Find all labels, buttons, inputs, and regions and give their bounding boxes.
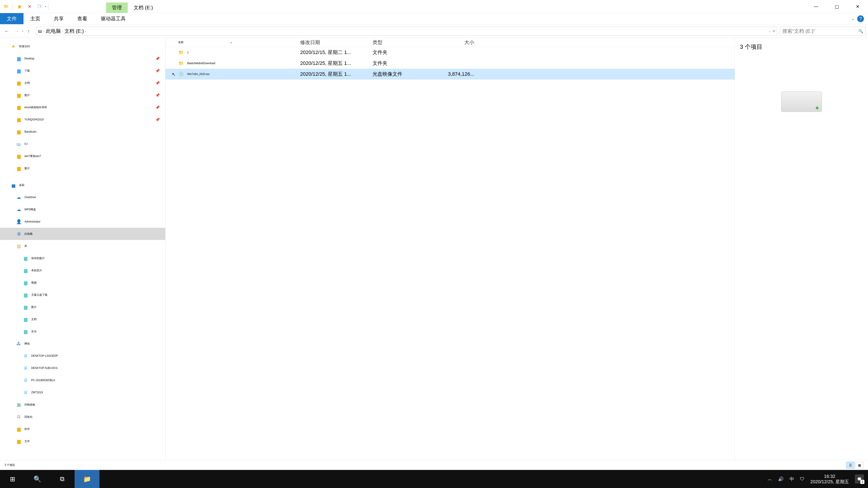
ribbon-tab-home[interactable]: 主页 <box>24 13 47 24</box>
qat-properties-icon[interactable]: ▣ <box>15 2 24 11</box>
breadcrumb-drive[interactable]: 文档 (E:) <box>64 28 84 35</box>
search-icon[interactable]: 🔍 <box>858 29 863 34</box>
tree-net-2[interactable]: 🖥PC-20190530OBLA <box>0 374 165 386</box>
chevron-right-icon[interactable]: › <box>43 29 44 33</box>
tree-libraries[interactable]: ▥库 <box>0 240 165 252</box>
chevron-right-icon[interactable]: › <box>85 29 86 33</box>
nav-history-dropdown-icon[interactable]: ▾ <box>22 30 23 32</box>
help-icon[interactable]: ? <box>857 15 864 22</box>
close-button[interactable]: ✕ <box>847 0 868 13</box>
folder-icon: ▆ <box>23 317 29 322</box>
col-date[interactable]: 修改日期 <box>300 39 373 46</box>
search-button[interactable]: 🔍 <box>25 470 50 488</box>
qat-new-icon[interactable]: ❐ <box>35 2 43 11</box>
tray-expand-icon[interactable]: ︿ <box>768 476 772 482</box>
tree-pictures[interactable]: ▆图片📌 <box>0 89 165 101</box>
tree-lib-music[interactable]: ▆音乐 <box>0 325 165 337</box>
tree-lib-cloud[interactable]: ▆天翼云盘下载 <box>0 289 165 301</box>
tree-software[interactable]: ▆软件 <box>0 423 165 435</box>
action-center-button[interactable]: 💬3 <box>855 475 864 484</box>
maximize-button[interactable]: ▢ <box>827 0 847 13</box>
column-headers[interactable]: 名称 ▲ 修改日期 类型 大小 <box>165 38 735 47</box>
address-bar[interactable]: 🖴 › 此电脑 › 文档 (E:) › ⌄ ⟳ <box>36 27 777 36</box>
file-row[interactable]: 📁1 2020/12/15, 星期二 1... 文件夹 <box>165 47 735 58</box>
tree-wps[interactable]: ☁WPS网盘 <box>0 203 165 216</box>
view-details-button[interactable]: ☰ <box>846 462 855 468</box>
qat-dropdown-icon[interactable]: ▾ <box>45 5 46 8</box>
file-list[interactable]: 名称 ▲ 修改日期 类型 大小 📁1 2020/12/15, 星期二 1... … <box>165 38 735 460</box>
address-dropdown-icon[interactable]: ⌄ <box>768 30 771 33</box>
tree-onedrive[interactable]: ☁OneDrive <box>0 191 165 203</box>
col-size[interactable]: 大小 <box>434 39 474 46</box>
tree-recycle[interactable]: ♻回收站 <box>0 411 165 423</box>
ribbon-tab-drive[interactable]: 驱动器工具 <box>94 13 132 24</box>
folder-icon: ▆ <box>23 292 29 297</box>
volume-icon[interactable]: 🔊 <box>778 476 784 482</box>
cloud-icon: ☁ <box>16 207 22 212</box>
clock[interactable]: 16:32 2020/12/25, 星期五 <box>810 474 849 484</box>
folder-icon: ▆ <box>16 426 22 432</box>
tree-this-pc[interactable]: 🖥此电脑 <box>0 228 165 240</box>
ribbon-context-tab[interactable]: 管理 <box>106 2 128 13</box>
minimize-button[interactable]: — <box>806 0 827 13</box>
ribbon-tab-file[interactable]: 文件 <box>0 13 24 24</box>
tree-admin[interactable]: 👤Administrator <box>0 216 165 228</box>
tree-lib-camera[interactable]: ▆本机照片 <box>0 264 165 276</box>
col-type[interactable]: 类型 <box>373 39 434 46</box>
folder-icon: ▆ <box>16 438 22 444</box>
tree-control-panel[interactable]: ▦控制面板 <box>0 398 165 411</box>
tree-lib-videos[interactable]: ▆视频 <box>0 276 165 289</box>
search-box[interactable]: 🔍 <box>780 27 866 36</box>
tree-quick-access[interactable]: ★快速访问 <box>0 40 165 53</box>
drive-preview-icon <box>781 92 822 112</box>
nav-forward-button[interactable]: → <box>12 27 21 36</box>
nav-up-button[interactable]: ↑ <box>24 27 33 36</box>
tree-pictures2[interactable]: ▆图片 <box>0 162 165 174</box>
task-view-button[interactable]: ⧉ <box>50 470 74 488</box>
view-icons-button[interactable]: ▦ <box>855 462 864 468</box>
tree-lib-docs[interactable]: ▆文档 <box>0 313 165 325</box>
chevron-right-icon[interactable]: › <box>62 29 63 33</box>
security-icon[interactable]: 🛡 <box>800 477 804 482</box>
ribbon-collapse-icon[interactable]: ⌄ <box>851 17 855 21</box>
explorer-taskbar-button[interactable]: 📁 <box>74 470 99 488</box>
system-tray[interactable]: ︿ 🔊 中 🛡 16:32 2020/12/25, 星期五 💬3 <box>768 474 868 484</box>
ribbon: 文件 主页 共享 查看 驱动器工具 ⌄ ? <box>0 13 868 24</box>
nav-back-button[interactable]: ← <box>2 27 11 36</box>
search-input[interactable] <box>782 28 857 34</box>
tree-net-0[interactable]: 🖥DESKTOP-LSSOEDP <box>0 350 165 362</box>
col-name[interactable]: 名称 <box>178 40 300 44</box>
tree-lib-pics[interactable]: ▆图片 <box>0 301 165 313</box>
tree-net-3[interactable]: 🖥ZMT2019 <box>0 386 165 398</box>
tree-lib-saved[interactable]: ▆保存的图片 <box>0 252 165 264</box>
tree-network[interactable]: 🖧网络 <box>0 337 165 350</box>
breadcrumb-this-pc[interactable]: 此电脑 <box>46 28 61 35</box>
tree-excel[interactable]: ▆excel表格制作求和📌 <box>0 101 165 113</box>
folder-icon: 📁 <box>178 61 184 66</box>
pin-icon: 📌 <box>155 118 160 122</box>
tree-desktop[interactable]: ▆Desktop📌 <box>0 53 165 65</box>
tree-net-1[interactable]: 🖥DESKTOP-NJEU3CG <box>0 362 165 374</box>
pin-icon: 📌 <box>155 69 160 73</box>
ribbon-tab-share[interactable]: 共享 <box>47 13 70 24</box>
file-row[interactable]: 📁BaiduNetdiskDownload 2020/12/25, 星期五 1.… <box>165 58 735 69</box>
nav-tree[interactable]: ★快速访问 ▆Desktop📌 ▆下载📌 ▆文档📌 ▆图片📌 ▆excel表格制… <box>0 38 165 460</box>
library-icon: ▥ <box>16 243 22 249</box>
file-row[interactable]: 💿Win7x64_2020.iso↖ 2020/12/25, 星期五 1... … <box>165 69 735 79</box>
ime-indicator[interactable]: 中 <box>789 476 794 482</box>
ribbon-tab-view[interactable]: 查看 <box>70 13 94 24</box>
tree-win7[interactable]: ▆win7重装win7 <box>0 150 165 162</box>
pin-icon: 📌 <box>155 93 160 97</box>
tree-documents[interactable]: ▆文档📌 <box>0 77 165 89</box>
pc-icon: 🖥 <box>23 365 29 371</box>
tree-downloads[interactable]: ▆下载📌 <box>0 65 165 77</box>
tree-files[interactable]: ▆文件 <box>0 435 165 447</box>
refresh-icon[interactable]: ⟳ <box>773 30 775 33</box>
tree-gdrive[interactable]: 🖴G:\ <box>0 138 165 150</box>
folder-icon: 📁 <box>178 50 184 55</box>
qat-close-icon[interactable]: ✕ <box>25 2 34 11</box>
tree-yunqishi[interactable]: ▆YUNQISHI2019📌 <box>0 113 165 126</box>
tree-desktop-root[interactable]: ▅桌面 <box>0 179 165 191</box>
tree-bandicam[interactable]: ▆Bandicam <box>0 126 165 138</box>
start-button[interactable]: ⊞ <box>0 470 25 488</box>
